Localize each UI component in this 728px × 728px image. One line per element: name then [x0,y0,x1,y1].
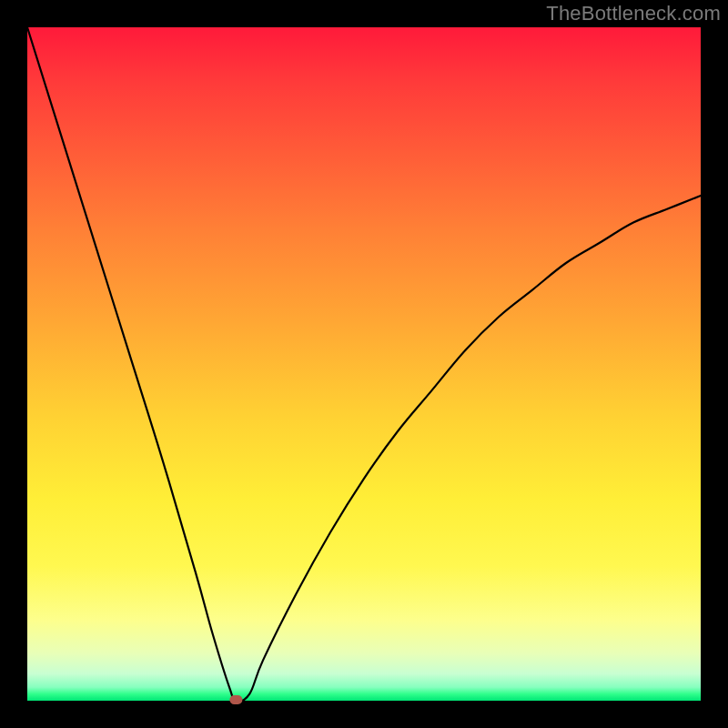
optimal-marker [229,695,242,704]
watermark-text: TheBottleneck.com [546,2,721,25]
chart-svg [27,27,701,701]
bottleneck-curve [27,27,701,702]
chart-frame: TheBottleneck.com [0,0,728,728]
